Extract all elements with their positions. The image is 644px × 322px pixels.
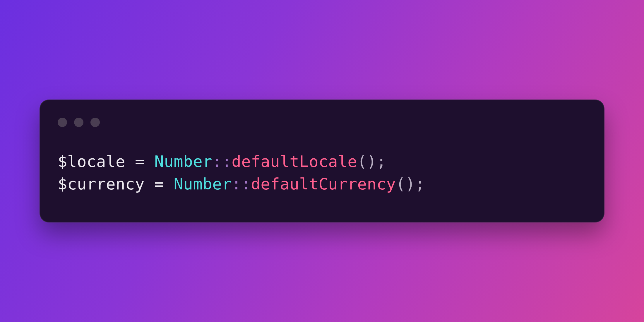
traffic-light-close-icon — [58, 118, 67, 127]
code-window: $locale = Number::defaultLocale(); $curr… — [40, 100, 604, 222]
token-scope: :: — [232, 175, 251, 193]
code-line: $currency = Number::defaultCurrency(); — [58, 175, 425, 193]
token-operator: = — [125, 152, 154, 171]
token-semicolon: ; — [415, 175, 425, 193]
token-class: Number — [154, 152, 212, 171]
window-titlebar — [58, 118, 586, 127]
token-variable: $locale — [58, 152, 125, 171]
token-parens: () — [357, 152, 376, 171]
token-variable: $currency — [58, 175, 145, 193]
token-function: defaultLocale — [232, 152, 357, 171]
token-semicolon: ; — [376, 152, 386, 171]
code-line: $locale = Number::defaultLocale(); — [58, 152, 386, 171]
token-scope: :: — [212, 152, 232, 171]
code-block: $locale = Number::defaultLocale(); $curr… — [58, 150, 586, 195]
traffic-light-zoom-icon — [90, 118, 100, 127]
traffic-light-minimize-icon — [74, 118, 83, 127]
token-class: Number — [174, 175, 232, 193]
token-parens: () — [396, 175, 415, 193]
token-function: defaultCurrency — [251, 175, 396, 193]
token-operator: = — [145, 175, 174, 193]
